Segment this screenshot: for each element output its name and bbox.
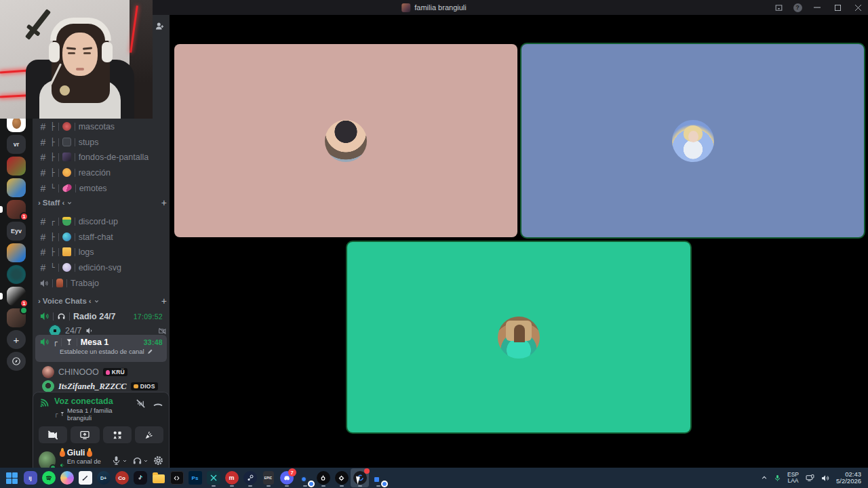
chevron-down-icon bbox=[122, 458, 127, 464]
tray-chevron-icon[interactable] bbox=[761, 474, 768, 481]
mic-control[interactable] bbox=[111, 455, 127, 466]
server-game[interactable] bbox=[7, 157, 26, 176]
language-indicator[interactable]: ESPLAA bbox=[787, 472, 799, 484]
video-tile-green[interactable] bbox=[347, 242, 690, 432]
camera-badge-icon bbox=[134, 384, 138, 388]
section-voice-chats[interactable]: › Voice Chats ‹ + bbox=[38, 295, 167, 307]
start-button[interactable] bbox=[3, 468, 21, 487]
tray-clock[interactable]: 02:435/2/2026 bbox=[836, 471, 861, 485]
taskbar-epic-games[interactable]: EPIC bbox=[259, 468, 277, 487]
maximize-button[interactable] bbox=[827, 0, 848, 15]
taskbar-photoshop[interactable]: Ps bbox=[186, 468, 204, 487]
close-button[interactable] bbox=[848, 0, 868, 15]
taskbar-stream-app-active[interactable] bbox=[351, 468, 369, 487]
taskbar-disney-plus[interactable]: D+ bbox=[94, 468, 113, 487]
server-photo[interactable]: 1 bbox=[7, 200, 26, 219]
section-staff[interactable]: › Staff ‹ + bbox=[38, 197, 167, 209]
channel-fondos-de-pantalla[interactable]: # ├ fondos-de-pantalla bbox=[35, 150, 167, 164]
screen-share-button[interactable] bbox=[71, 426, 99, 443]
voice-connection-panel: Voz conectada ┌ Mesa 1 / familia brangiu… bbox=[33, 392, 170, 468]
taskbar-chrome-meet[interactable] bbox=[369, 468, 387, 487]
channel-discord-up[interactable]: # ┌ discord-up bbox=[35, 214, 167, 228]
server-vr[interactable]: vr bbox=[7, 135, 26, 154]
server-eyv[interactable]: Eyv bbox=[7, 222, 26, 241]
channel-mesa1-voice[interactable]: ┌ Mesa 1 33:48 Establece un estado de ca… bbox=[35, 335, 167, 362]
disconnect-call-icon[interactable] bbox=[153, 399, 163, 409]
system-tray: ESPLAA 02:435/2/2026 bbox=[761, 471, 865, 485]
pill-emoji-icon bbox=[61, 183, 73, 193]
camera-toggle-button[interactable] bbox=[39, 426, 67, 443]
taskbar-tiktok[interactable] bbox=[131, 468, 149, 487]
voice-status[interactable]: Voz conectada bbox=[54, 396, 136, 406]
channel-name: Mesa 1 bbox=[81, 338, 109, 347]
video-tile-pink[interactable] bbox=[174, 44, 517, 237]
explore-button[interactable] bbox=[7, 352, 26, 371]
server-orange[interactable] bbox=[7, 243, 26, 262]
flame-icon bbox=[60, 450, 65, 457]
add-server-button[interactable]: + bbox=[7, 330, 26, 349]
thread-line: └ bbox=[50, 184, 55, 192]
taskbar-chrome[interactable] bbox=[296, 468, 314, 487]
server-teal[interactable] bbox=[7, 265, 26, 284]
friend-voice-avatar[interactable] bbox=[7, 308, 26, 327]
sphere-emoji-icon bbox=[62, 232, 71, 241]
channel-edicion-svg[interactable]: # └ edición-svg bbox=[35, 260, 167, 274]
soundboard-button[interactable] bbox=[135, 426, 163, 443]
connection-signal-icon bbox=[39, 396, 50, 409]
username: Giuli bbox=[67, 449, 85, 458]
activities-button[interactable] bbox=[103, 426, 132, 443]
hash-icon: # bbox=[39, 183, 47, 194]
channel-radio-voice[interactable]: Radio 24/7 17:09:52 bbox=[35, 309, 167, 323]
channel-trabajo-voice[interactable]: Trabajo bbox=[35, 276, 167, 290]
volume-icon[interactable] bbox=[821, 474, 830, 483]
minimize-button[interactable] bbox=[807, 0, 827, 15]
window-title: familia brangiuli bbox=[414, 3, 466, 12]
channel-mascotas[interactable]: # ├ mascotas bbox=[35, 119, 167, 134]
taskbar-spotify[interactable] bbox=[39, 468, 58, 487]
voice-member-chinooo[interactable]: CHINOOO KRÜ bbox=[42, 365, 167, 379]
channel-emotes[interactable]: # └ emotes bbox=[35, 181, 167, 195]
hash-icon: # bbox=[39, 167, 47, 178]
taskbar-game[interactable] bbox=[204, 468, 222, 487]
network-icon[interactable] bbox=[805, 474, 815, 483]
taskbar-corel[interactable]: Co bbox=[113, 468, 131, 487]
member-list-icon[interactable] bbox=[155, 21, 165, 31]
voice-member-zifaneh[interactable]: ItsZifaneh_RZZCC DIOS bbox=[42, 380, 167, 393]
taskbar-teams[interactable]: ij bbox=[21, 468, 39, 487]
settings-gear-icon[interactable] bbox=[153, 455, 163, 466]
inbox-icon[interactable] bbox=[769, 0, 788, 15]
section-voice-label: Voice Chats bbox=[43, 297, 87, 305]
create-channel-button[interactable]: + bbox=[161, 296, 167, 306]
server-bw[interactable]: 1 bbox=[7, 287, 26, 306]
taskbar-file-explorer[interactable] bbox=[149, 468, 167, 487]
section-staff-label: Staff bbox=[43, 199, 60, 207]
worker-emoji-icon bbox=[56, 279, 63, 287]
headphones-band bbox=[50, 18, 111, 41]
server-cartoon[interactable] bbox=[7, 178, 26, 197]
notification-badge: 7 bbox=[288, 468, 296, 476]
wallpaper-emoji-icon bbox=[62, 152, 71, 161]
channel-stups[interactable]: # ├ stups bbox=[35, 135, 167, 149]
taskbar-discord[interactable]: 7 bbox=[277, 468, 296, 487]
video-tile-blue[interactable] bbox=[521, 44, 864, 237]
headphones-icon bbox=[132, 455, 142, 466]
channel-staff-chat[interactable]: # ├ staff-chat bbox=[35, 230, 167, 244]
taskbar-utility[interactable] bbox=[332, 468, 351, 487]
taskbar-steelseries[interactable] bbox=[314, 468, 332, 487]
taskbar-steam[interactable] bbox=[241, 468, 259, 487]
taskbar-capcut[interactable] bbox=[167, 468, 186, 487]
channel-status-hint[interactable]: Establece un estado de canal bbox=[60, 348, 144, 355]
deafen-control[interactable] bbox=[132, 455, 149, 466]
tray-mic-icon[interactable] bbox=[774, 474, 781, 483]
channel-reaccion[interactable]: # ├ reacción bbox=[35, 165, 167, 180]
discord-window: familia brangiuli ? vr 1 Eyv 1 + # bbox=[0, 0, 868, 488]
mic-windscreen bbox=[60, 85, 70, 96]
speaker-icon-active bbox=[39, 311, 50, 321]
create-channel-button[interactable]: + bbox=[161, 197, 167, 208]
channel-logs[interactable]: # ├ logs bbox=[35, 245, 167, 259]
taskbar-copilot[interactable] bbox=[58, 468, 76, 487]
taskbar-notes[interactable] bbox=[76, 468, 94, 487]
help-icon[interactable]: ? bbox=[788, 0, 807, 15]
noise-suppression-icon[interactable] bbox=[136, 399, 146, 409]
taskbar-mail[interactable]: m bbox=[222, 468, 241, 487]
